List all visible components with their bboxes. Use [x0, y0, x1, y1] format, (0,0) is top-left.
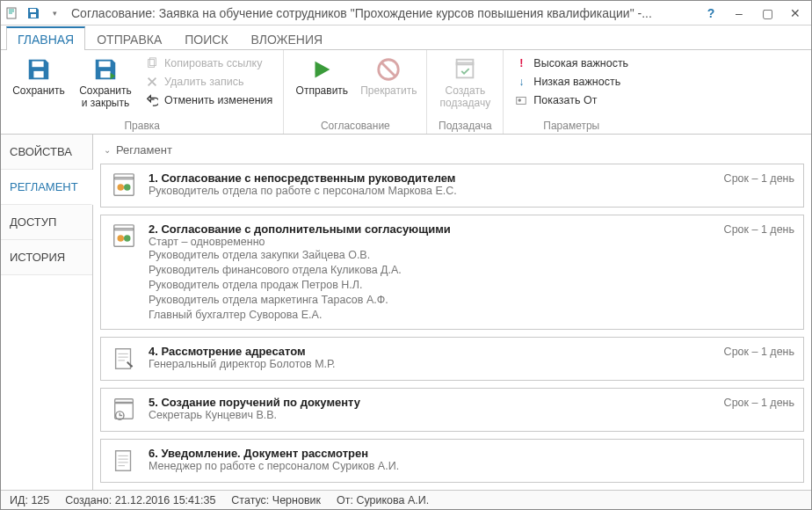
svg-rect-2 [31, 14, 36, 18]
help-button[interactable]: ? [699, 4, 723, 22]
sidetab-reglament[interactable]: РЕГЛАМЕНТ [1, 170, 93, 205]
high-priority-button[interactable]: ! Высокая важность [511, 55, 632, 71]
content: СВОЙСТВА РЕГЛАМЕНТ ДОСТУП ИСТОРИЯ ⌄ Регл… [1, 135, 811, 490]
undo-changes-button[interactable]: Отменить изменения [141, 92, 276, 108]
window-controls: ? – ▢ ✕ [699, 4, 808, 22]
svg-point-20 [118, 235, 125, 242]
svg-rect-12 [517, 98, 526, 105]
steps-list: 1. Согласование с непосредственным руков… [100, 164, 804, 483]
minimize-button[interactable]: – [727, 4, 751, 22]
qat-refresh-button[interactable] [4, 5, 20, 21]
workflow-step[interactable]: 5. Создание поручений по документуСекрет… [100, 388, 804, 432]
status-from: От: Сурикова А.И. [337, 494, 429, 506]
status-created: Создано: 21.12.2016 15:41:35 [65, 494, 215, 506]
qat-save-button[interactable] [25, 5, 41, 21]
delete-record-button[interactable]: Удалить запись [141, 74, 276, 90]
step-info: Менеджер по работе с персоналом Суриков … [149, 460, 784, 472]
copy-link-button[interactable]: Копировать ссылку [141, 55, 276, 71]
step-title: 1. Согласование с непосредственным руков… [149, 171, 714, 185]
group-label-approval: Согласование [291, 118, 419, 132]
step-info: Генеральный директор Болотов М.Р. [149, 358, 714, 370]
create-subtask-button[interactable]: Создать подзадачу [434, 54, 496, 112]
ribbon-group-edit: Сохранить Сохранить и закрыть Копировать… [1, 50, 284, 134]
qat-dropdown[interactable]: ▾ [47, 5, 62, 21]
link-icon [145, 56, 159, 70]
sidetab-properties[interactable]: СВОЙСТВА [1, 135, 92, 170]
save-icon [25, 55, 53, 84]
step-title: 4. Рассмотрение адресатом [149, 345, 714, 358]
ribbon: Сохранить Сохранить и закрыть Копировать… [1, 50, 811, 135]
main-panel: ⌄ Регламент 1. Согласование с непосредст… [93, 135, 811, 490]
delete-icon [145, 75, 159, 89]
window-title: Согласование: Заявка на обучение сотрудн… [71, 6, 699, 20]
status-bar: ИД: 125 Создано: 21.12.2016 15:41:35 Ста… [1, 490, 811, 509]
send-button[interactable]: Отправить [291, 54, 352, 99]
step-info: Руководитель отдела по работе с персонал… [149, 185, 714, 197]
maximize-button[interactable]: ▢ [755, 4, 779, 22]
svg-rect-22 [116, 349, 131, 369]
step-title: 5. Создание поручений по документу [149, 396, 714, 409]
svg-point-16 [118, 184, 125, 191]
group-label-params: Параметры [511, 118, 632, 132]
chevron-down-icon: ⌄ [104, 145, 111, 155]
workflow-step[interactable]: 1. Согласование с непосредственным руков… [100, 164, 804, 208]
save-button[interactable]: Сохранить [8, 54, 69, 99]
ribbon-tabs: ГЛАВНАЯ ОТПРАВКА ПОИСК ВЛОЖЕНИЯ [1, 26, 811, 50]
close-button[interactable]: ✕ [783, 4, 808, 22]
step-icon [110, 396, 138, 424]
quick-access-toolbar: ▾ [4, 5, 62, 21]
tab-search[interactable]: ПОИСК [173, 27, 239, 50]
person-icon [514, 93, 528, 107]
step-icon [110, 345, 138, 373]
svg-rect-18 [114, 229, 134, 247]
sidetab-access[interactable]: ДОСТУП [1, 205, 92, 240]
ribbon-group-subtask: Создать подзадачу Подзадача [427, 50, 504, 134]
ribbon-group-params: ! Высокая важность ↓ Низкая важность Пок… [504, 50, 639, 134]
svg-point-13 [518, 98, 522, 102]
stop-icon [374, 55, 402, 84]
step-term: Срок – 1 день [724, 345, 794, 358]
svg-rect-6 [100, 71, 110, 78]
svg-rect-5 [99, 62, 111, 68]
step-term: Срок – 1 день [724, 396, 794, 409]
show-from-button[interactable]: Показать От [511, 92, 632, 108]
participant-line: Главный бухгалтер Суворова Е.А. [149, 308, 714, 323]
save-close-button[interactable]: Сохранить и закрыть [75, 54, 136, 112]
step-icon [110, 222, 138, 251]
arrow-down-icon: ↓ [514, 75, 528, 89]
undo-icon [145, 93, 159, 107]
titlebar: ▾ Согласование: Заявка на обучение сотру… [1, 1, 811, 26]
group-label-subtask: Подзадача [434, 118, 496, 132]
svg-rect-3 [33, 62, 44, 68]
tab-attachments[interactable]: ВЛОЖЕНИЯ [240, 27, 335, 50]
subtask-icon [451, 55, 479, 84]
group-label-edit: Правка [8, 118, 276, 132]
status-id: ИД: 125 [10, 494, 49, 506]
participant-line: Руководитель отдела закупки Зайцева О.В. [149, 248, 714, 263]
step-title: 6. Уведомление. Документ рассмотрен [149, 447, 784, 460]
workflow-step[interactable]: 6. Уведомление. Документ рассмотренМенед… [100, 439, 804, 483]
low-priority-button[interactable]: ↓ Низкая важность [511, 74, 632, 90]
step-title: 2. Согласование с дополнительными соглас… [149, 222, 714, 236]
tab-send[interactable]: ОТПРАВКА [85, 27, 173, 50]
section-header[interactable]: ⌄ Регламент [100, 140, 804, 164]
sidetab-history[interactable]: ИСТОРИЯ [1, 240, 92, 275]
step-info: Секретарь Кунцевич В.В. [149, 409, 714, 421]
participant-line: Руководитель отдела маркетинга Тарасов А… [149, 293, 714, 308]
exclamation-icon: ! [514, 56, 528, 70]
svg-point-21 [124, 235, 131, 242]
svg-rect-24 [115, 399, 134, 404]
svg-rect-14 [114, 178, 134, 196]
step-term: Срок – 1 день [724, 171, 794, 185]
step-term: Срок – 1 день [724, 222, 794, 236]
workflow-step[interactable]: 4. Рассмотрение адресатомГенеральный дир… [100, 337, 804, 381]
side-tabs: СВОЙСТВА РЕГЛАМЕНТ ДОСТУП ИСТОРИЯ [1, 135, 93, 490]
stop-button[interactable]: Прекратить [358, 54, 419, 99]
workflow-step[interactable]: 2. Согласование с дополнительными соглас… [100, 215, 804, 330]
svg-rect-4 [33, 71, 43, 78]
ribbon-group-approval: Отправить Прекратить Согласование [284, 50, 427, 134]
step-icon [110, 447, 138, 475]
tab-main[interactable]: ГЛАВНАЯ [6, 26, 85, 50]
svg-point-17 [124, 184, 131, 191]
svg-rect-1 [30, 9, 36, 12]
